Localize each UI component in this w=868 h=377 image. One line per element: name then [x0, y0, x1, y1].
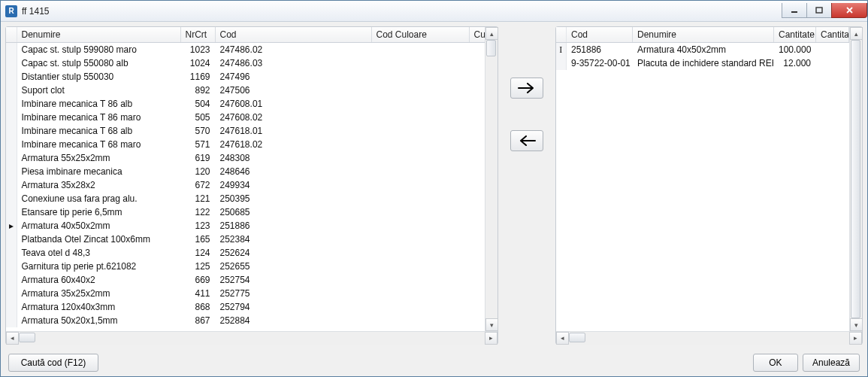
cell-cod-culoare[interactable]	[371, 151, 469, 165]
cell-denumire[interactable]: Imbinare mecanica T 86 alb	[17, 97, 180, 111]
table-row[interactable]: Suport clot892247506	[6, 84, 485, 97]
cell-cu[interactable]	[469, 111, 485, 124]
table-row[interactable]: Imbinare mecanica T 68 alb570247618.01	[6, 124, 485, 138]
cell-cod-culoare[interactable]	[371, 56, 469, 70]
cell-cod-culoare[interactable]	[371, 43, 469, 57]
cell-cod[interactable]: 250395	[215, 192, 371, 205]
table-row[interactable]: Armatura 60x40x2669252754	[6, 273, 485, 287]
cell-cod-culoare[interactable]	[371, 111, 469, 124]
col-cod[interactable]: Cod	[567, 27, 633, 43]
scroll-thumb[interactable]	[851, 40, 860, 318]
scroll-right-icon[interactable]: ▸	[849, 332, 862, 345]
cell-cu[interactable]	[469, 56, 485, 70]
cell-cantitate[interactable]: 12.000	[774, 56, 816, 70]
cell-cod[interactable]: 247506	[215, 84, 371, 97]
cell-cod-culoare[interactable]	[371, 287, 469, 300]
cell-cod[interactable]: 247618.01	[215, 124, 371, 138]
cell-cod-culoare[interactable]	[371, 205, 469, 219]
cell-cod[interactable]: 247608.02	[215, 111, 371, 124]
cell-cu[interactable]	[469, 205, 485, 219]
cell-cod[interactable]: 252884	[215, 314, 371, 327]
col-cod-culoare[interactable]: Cod Culoare	[371, 27, 469, 43]
cell-denumire[interactable]: Armatura 35x25x2mm	[17, 287, 180, 300]
cell-cod[interactable]: 247608.01	[215, 97, 371, 111]
table-row[interactable]: Distantier stulp 5500301169247496	[6, 70, 485, 84]
cell-nrcrt[interactable]: 411	[180, 287, 215, 300]
cancel-button[interactable]: Anulează	[803, 354, 860, 372]
cell-cu[interactable]	[469, 97, 485, 111]
cell-cu[interactable]	[469, 43, 485, 57]
table-row[interactable]: Armatura 35x25x2mm411252775	[6, 287, 485, 300]
cell-cod-culoare[interactable]	[371, 97, 469, 111]
cell-nrcrt[interactable]: 669	[180, 273, 215, 287]
cell-cu[interactable]	[469, 178, 485, 192]
cell-cod[interactable]: 9-35722-00-01	[567, 56, 633, 70]
cell-cu[interactable]	[469, 84, 485, 97]
cell-cod-culoare[interactable]	[371, 300, 469, 314]
cell-cod-culoare[interactable]	[371, 233, 469, 246]
cell-denumire[interactable]: Capac st. stulp 599080 maro	[17, 43, 180, 57]
cell-nrcrt[interactable]: 504	[180, 97, 215, 111]
minimize-button[interactable]	[782, 3, 807, 18]
maximize-button[interactable]	[806, 3, 832, 18]
left-horizontal-scrollbar[interactable]: ◂ ▸	[6, 331, 498, 344]
right-grid[interactable]: Cod Denumire Cantitate Cantita I251886Ar…	[556, 27, 850, 70]
table-row[interactable]: Platbanda Otel Zincat 100x6mm165252384	[6, 233, 485, 246]
table-row[interactable]: Teava otel d 48,3124252624	[6, 246, 485, 260]
close-button[interactable]	[831, 3, 867, 18]
cell-denumire[interactable]: Suport clot	[17, 84, 180, 97]
scroll-left-icon[interactable]: ◂	[6, 332, 19, 345]
cell-nrcrt[interactable]: 619	[180, 151, 215, 165]
cell-cod[interactable]: 251886	[567, 43, 633, 57]
cell-cod[interactable]: 248308	[215, 151, 371, 165]
cell-denumire[interactable]: Armatura 60x40x2	[17, 273, 180, 287]
table-row[interactable]: Imbinare mecanica T 86 maro505247608.02	[6, 111, 485, 124]
cell-cod-culoare[interactable]	[371, 273, 469, 287]
scroll-left-icon[interactable]: ◂	[556, 332, 569, 345]
cell-cod-culoare[interactable]	[371, 246, 469, 260]
col-denumire[interactable]: Denumire	[17, 27, 180, 43]
table-row[interactable]: 9-35722-00-01Placuta de inchidere standa…	[556, 56, 849, 70]
right-vertical-scrollbar[interactable]: ▴ ▾	[849, 27, 862, 331]
table-row[interactable]: Capac st. stulp 599080 maro1023247486.02	[6, 43, 485, 57]
scroll-up-icon[interactable]: ▴	[850, 27, 863, 40]
cell-denumire[interactable]: Piesa imbinare mecanica	[17, 165, 180, 178]
cell-cu[interactable]	[469, 314, 485, 327]
table-row[interactable]: Conexiune usa fara prag alu.121250395	[6, 192, 485, 205]
cell-nrcrt[interactable]: 571	[180, 138, 215, 151]
cell-nrcrt[interactable]: 868	[180, 300, 215, 314]
cell-nrcrt[interactable]: 570	[180, 124, 215, 138]
cell-nrcrt[interactable]: 165	[180, 233, 215, 246]
ok-button[interactable]: OK	[753, 354, 798, 372]
cell-cod-culoare[interactable]	[371, 219, 469, 233]
col-cu[interactable]: Cu	[469, 27, 485, 43]
cell-cu[interactable]	[469, 165, 485, 178]
cell-cod-culoare[interactable]	[371, 260, 469, 273]
cell-cu[interactable]	[469, 300, 485, 314]
cell-cod-culoare[interactable]	[371, 138, 469, 151]
cell-denumire[interactable]: Armatura 55x25x2mm	[17, 151, 180, 165]
cell-nrcrt[interactable]: 1024	[180, 56, 215, 70]
cell-denumire[interactable]: Armatura 35x28x2	[17, 178, 180, 192]
cell-denumire[interactable]: Armatura 40x50x2mm	[633, 43, 774, 57]
table-row[interactable]: Armatura 35x28x2672249934	[6, 178, 485, 192]
cell-cod[interactable]: 248646	[215, 165, 371, 178]
left-grid[interactable]: Denumire NrCrt Cod Cod Culoare Cu Capac …	[6, 27, 485, 327]
cell-denumire[interactable]: Armatura 50x20x1,5mm	[17, 314, 180, 327]
cell-cod[interactable]: 252384	[215, 233, 371, 246]
cell-denumire[interactable]: Armatura 120x40x3mm	[17, 300, 180, 314]
cell-cu[interactable]	[469, 70, 485, 84]
cell-nrcrt[interactable]: 121	[180, 192, 215, 205]
cell-denumire[interactable]: Distantier stulp 550030	[17, 70, 180, 84]
table-row[interactable]: Garnitura tip perie pt.621082125252655	[6, 260, 485, 273]
cell-cod[interactable]: 247496	[215, 70, 371, 84]
scroll-thumb[interactable]	[19, 333, 35, 342]
cell-denumire[interactable]: Armatura 40x50x2mm	[17, 219, 180, 233]
table-row[interactable]: Etansare tip perie 6,5mm122250685	[6, 205, 485, 219]
cell-nrcrt[interactable]: 124	[180, 246, 215, 260]
cell-cu[interactable]	[469, 273, 485, 287]
table-row[interactable]: Capac st. stulp 550080 alb1024247486.03	[6, 56, 485, 70]
scroll-thumb[interactable]	[569, 333, 585, 342]
cell-denumire[interactable]: Etansare tip perie 6,5mm	[17, 205, 180, 219]
cell-nrcrt[interactable]: 505	[180, 111, 215, 124]
